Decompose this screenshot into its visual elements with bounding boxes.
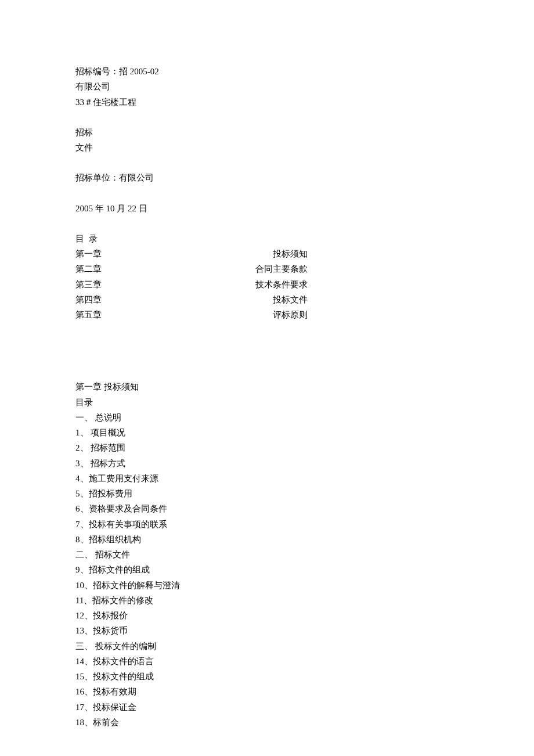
table-of-contents: 目 录 第一章 投标须知 第二章 合同主要条款 第三章 技术条件要求 第四章 投… [75,231,459,323]
list-item: 7、投标有关事项的联系 [75,517,459,532]
bid-number-prefix: 招标编号：招 [75,67,130,76]
project-line: 33＃住宅楼工程 [75,95,459,110]
list-item: 2、 招标范围 [75,440,459,455]
list-item: 15、投标文件的组成 [75,669,459,684]
toc-label: 技术条件要求 [255,277,308,292]
toc-chapter: 第一章 [75,246,102,261]
document-header: 招标编号：招 2005-02 有限公司 33＃住宅楼工程 招标 文件 招标单位：… [75,64,459,216]
toc-row: 第二章 合同主要条款 [75,261,308,276]
toc-title: 目 录 [75,231,459,246]
toc-dots [102,263,255,272]
toc-row: 第四章 投标文件 [75,292,308,307]
list-item: 13、投标货币 [75,623,459,638]
list-item: 14、投标文件的语言 [75,654,459,669]
toc-dots [102,279,255,287]
list-item: 1、 项目概况 [75,425,459,440]
list-item: 11、招标文件的修改 [75,593,459,608]
list-item: 一、 总说明 [75,410,459,425]
list-item: 10、招标文件的解释与澄清 [75,578,459,593]
title-line-1: 招标 [75,125,459,140]
list-item: 三、 投标文件的编制 [75,639,459,654]
toc-chapter: 第二章 [75,261,102,276]
toc-chapter: 第三章 [75,277,102,292]
chapter-1-heading: 第一章 投标须知 [75,379,459,394]
date-year: 2005 [75,204,93,213]
list-item: 6、资格要求及合同条件 [75,501,459,516]
date-line: 2005 年 10 月 22 日 [75,201,459,216]
chapter-1-section: 第一章 投标须知 目录 一、 总说明 1、 项目概况 2、 招标范围 3、 招标… [75,379,459,730]
toc-label: 投标文件 [273,292,308,307]
toc-row: 第一章 投标须知 [75,246,308,261]
toc-label: 投标须知 [270,246,308,261]
toc-dots [102,309,273,318]
list-item: 4、施工费用支付来源 [75,471,459,486]
toc-chapter: 第四章 [75,292,102,307]
company-line: 有限公司 [75,79,459,94]
list-item: 5、招投标费用 [75,486,459,501]
bid-unit-label: 招标单位： [75,173,119,182]
list-item: 16、投标有效期 [75,684,459,699]
list-item: 3、 招标方式 [75,456,459,471]
date-day: 22 [128,204,136,213]
list-item: 17、投标保证金 [75,700,459,715]
bid-number-line: 招标编号：招 2005-02 [75,64,459,79]
toc-row: 第五章 评标原则 [75,307,308,322]
list-item: 二、 招标文件 [75,547,459,562]
list-item: 9、招标文件的组成 [75,562,459,577]
toc-dots [103,248,269,257]
bid-number-value: 2005-02 [130,67,159,76]
bid-unit-value: 有限公司 [119,173,154,182]
toc-label: 评标原则 [273,307,308,322]
toc-chapter: 第五章 [75,307,102,322]
list-item: 12、投标报价 [75,608,459,623]
bid-unit-line: 招标单位：有限公司 [75,170,459,185]
toc-label: 合同主要条款 [255,261,308,276]
toc-row: 第三章 技术条件要求 [75,277,308,292]
list-item: 8、招标组织机构 [75,532,459,547]
list-item: 18、标前会 [75,715,459,730]
toc-dots [102,294,273,303]
date-month: 10 [106,204,115,213]
title-line-2: 文件 [75,140,459,155]
chapter-1-subheading: 目录 [75,395,459,410]
